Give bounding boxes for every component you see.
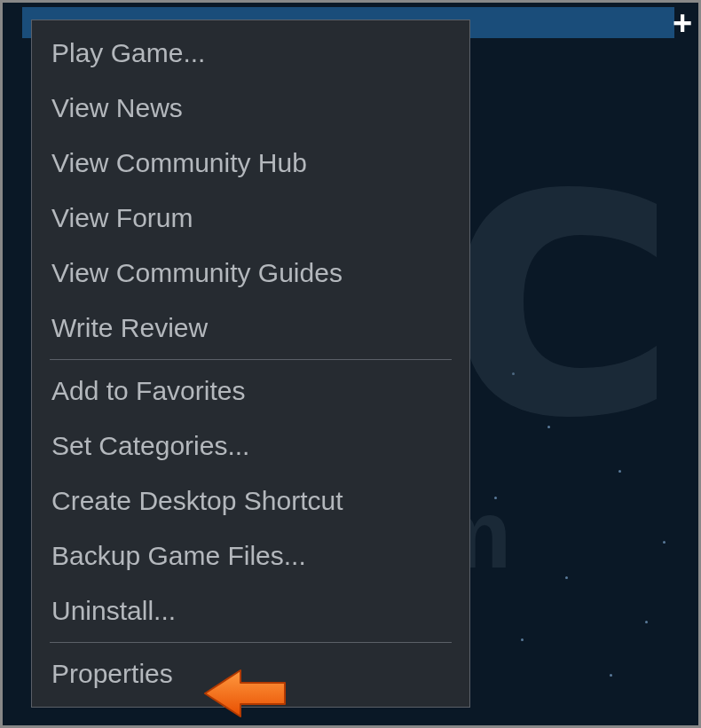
menu-item-view-community-hub[interactable]: View Community Hub	[32, 136, 469, 191]
menu-item-label: Write Review	[51, 313, 208, 342]
menu-item-uninstall[interactable]: Uninstall...	[32, 583, 469, 638]
menu-item-backup-game-files[interactable]: Backup Game Files...	[32, 528, 469, 583]
menu-item-play-game[interactable]: Play Game...	[32, 26, 469, 81]
context-menu: Play Game... View News View Community Hu…	[31, 20, 470, 708]
menu-item-view-community-guides[interactable]: View Community Guides	[32, 246, 469, 301]
menu-item-label: Set Categories...	[51, 431, 249, 460]
menu-item-write-review[interactable]: Write Review	[32, 301, 469, 356]
menu-item-view-news[interactable]: View News	[32, 81, 469, 136]
menu-item-view-forum[interactable]: View Forum	[32, 191, 469, 246]
menu-item-add-to-favorites[interactable]: Add to Favorites	[32, 364, 469, 419]
menu-separator	[50, 642, 452, 643]
background-stars	[470, 0, 701, 728]
plus-icon[interactable]: +	[669, 5, 696, 41]
menu-item-properties[interactable]: Properties	[32, 646, 469, 701]
menu-item-label: Properties	[51, 659, 173, 688]
menu-item-label: View Community Guides	[51, 258, 343, 287]
menu-item-create-desktop-shortcut[interactable]: Create Desktop Shortcut	[32, 474, 469, 528]
menu-item-label: Play Game...	[51, 38, 205, 67]
menu-separator	[50, 359, 452, 360]
menu-item-label: Backup Game Files...	[51, 541, 306, 570]
menu-item-label: Uninstall...	[51, 596, 176, 625]
menu-item-label: View News	[51, 93, 183, 122]
menu-item-label: View Forum	[51, 203, 193, 232]
menu-item-label: Add to Favorites	[51, 376, 245, 405]
menu-item-set-categories[interactable]: Set Categories...	[32, 419, 469, 474]
menu-item-label: Create Desktop Shortcut	[51, 486, 343, 515]
menu-item-label: View Community Hub	[51, 148, 307, 177]
